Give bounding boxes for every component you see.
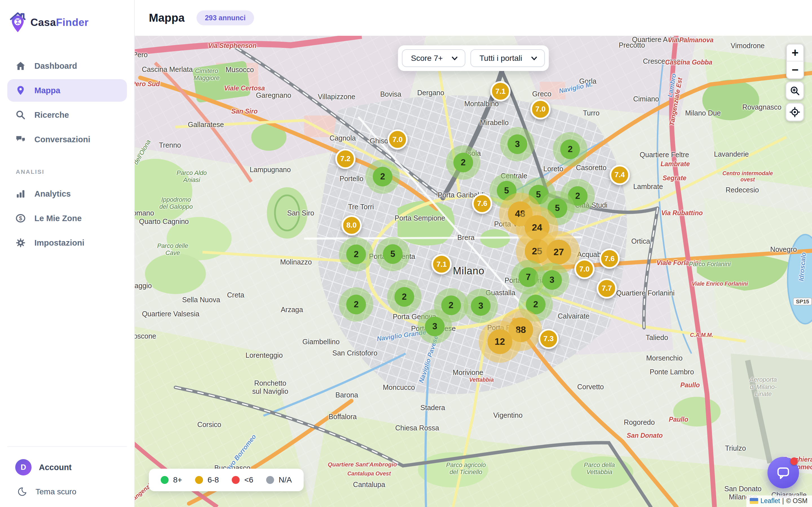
map-filter-card: Score 7+ Tutti i portali — [398, 45, 549, 71]
sidebar-bottom: D Account Tema scuro — [7, 446, 127, 507]
score-marker[interactable]: 7.7 — [597, 278, 617, 298]
locate-button[interactable] — [785, 103, 804, 121]
score-marker[interactable]: 7.2 — [335, 149, 356, 169]
cluster-marker[interactable]: 2 — [339, 287, 373, 322]
sidebar-item-label: Mappa — [35, 86, 60, 95]
chat-fab-button[interactable] — [767, 457, 799, 489]
cluster-count: 2 — [346, 295, 366, 314]
theme-toggle[interactable]: Tema scuro — [9, 478, 125, 499]
cluster-marker[interactable]: 12 — [479, 321, 521, 363]
app-root: CasaFinder DashboardMappaRicercheConvers… — [0, 0, 812, 507]
cluster-count: 2 — [453, 153, 473, 172]
sidebar-item-label: Le Mie Zone — [35, 214, 82, 223]
score-marker[interactable]: 7.6 — [599, 248, 620, 269]
account-label: Account — [39, 463, 71, 472]
cluster-marker[interactable]: 3 — [500, 127, 535, 161]
ukraine-flag-icon — [750, 498, 758, 504]
cluster-count: 3 — [507, 134, 527, 154]
sidebar-item-label: Conversazioni — [35, 135, 90, 144]
zoom-in-button[interactable]: + — [787, 45, 803, 61]
cluster-marker[interactable]: 3 — [463, 289, 498, 323]
sidebar-item-impostazioni[interactable]: Impostazioni — [7, 231, 127, 254]
legend-label: 6-8 — [207, 475, 219, 485]
cluster-count: 3 — [471, 296, 491, 316]
cluster-marker[interactable]: 2 — [339, 237, 373, 272]
sidebar-item-label: Ricerche — [35, 110, 69, 120]
portal-filter-select[interactable]: Tutti i portali — [470, 49, 545, 67]
legend-item: 6-8 — [195, 475, 219, 485]
legend-label: <6 — [244, 475, 253, 485]
sidebar: CasaFinder DashboardMappaRicercheConvers… — [0, 0, 135, 507]
chat-icon — [15, 134, 26, 145]
portal-filter-wrap: Tutti i portali — [470, 49, 545, 67]
sidebar-nav-analysis: Analytics$Le Mie ZoneImpostazioni — [7, 182, 127, 256]
score-marker[interactable]: 7.0 — [530, 99, 551, 119]
score-marker[interactable]: 7.1 — [490, 81, 511, 101]
page-title: Mappa — [149, 11, 185, 24]
score-marker[interactable]: 8.0 — [342, 215, 362, 235]
brand-name-secondary: Finder — [56, 17, 89, 28]
sidebar-item-ricerche[interactable]: Ricerche — [7, 104, 127, 126]
cluster-count: 5 — [383, 244, 403, 264]
score-marker[interactable]: 7.4 — [610, 165, 630, 185]
avatar: D — [15, 459, 32, 475]
cluster-count: 3 — [542, 270, 562, 290]
leaflet-link[interactable]: Leaflet — [760, 497, 780, 505]
score-marker[interactable]: 7.1 — [432, 254, 452, 274]
map-attribution: Leaflet | © OSM — [746, 496, 812, 507]
theme-toggle-label: Tema scuro — [36, 487, 77, 496]
brand-name: CasaFinder — [31, 17, 89, 29]
sidebar-item-zone[interactable]: $Le Mie Zone — [7, 207, 127, 230]
score-filter-select[interactable]: Score 7+ — [402, 49, 465, 67]
score-marker[interactable]: 7.6 — [472, 193, 492, 214]
legend-item: 8+ — [161, 475, 182, 485]
main-area: Mappa 293 annunci — [135, 0, 812, 507]
sidebar-item-analytics[interactable]: Analytics — [7, 182, 127, 205]
sidebar-item-conversazioni[interactable]: Conversazioni — [7, 128, 127, 151]
cluster-marker[interactable]: 2 — [446, 145, 480, 180]
map-background — [135, 36, 812, 507]
sidebar-item-dashboard[interactable]: Dashboard — [7, 55, 127, 77]
cluster-count: 2 — [395, 287, 414, 307]
score-marker[interactable]: 7.0 — [574, 259, 595, 279]
casafinder-pin-icon — [9, 11, 27, 34]
cluster-marker[interactable]: 5 — [375, 237, 410, 271]
magnifier-plus-icon — [790, 86, 800, 96]
home-icon — [15, 61, 26, 71]
score-legend: 8+6-8<6N/A — [149, 469, 304, 491]
map-viewport[interactable]: Score 7+ Tutti i portali + − — [135, 36, 812, 507]
cluster-marker[interactable]: 2 — [387, 280, 421, 314]
brand-name-primary: Casa — [31, 17, 56, 28]
cluster-marker[interactable]: 3 — [417, 309, 452, 344]
cluster-count: 27 — [546, 240, 571, 265]
map-pin-icon — [15, 85, 26, 96]
zoom-out-button[interactable]: − — [787, 61, 803, 78]
legend-label: 8+ — [173, 475, 182, 485]
osm-credit: © OSM — [786, 497, 808, 505]
cluster-count: 2 — [373, 167, 393, 186]
sidebar-item-mappa[interactable]: Mappa — [7, 79, 127, 102]
attribution-separator: | — [782, 497, 784, 505]
cluster-count: 2 — [560, 139, 580, 159]
topbar: Mappa 293 annunci — [135, 0, 812, 36]
cluster-marker[interactable]: 2 — [553, 132, 587, 166]
notification-dot — [790, 457, 798, 465]
dollar-icon: $ — [15, 213, 26, 224]
zoom-to-area-button[interactable] — [785, 81, 804, 100]
legend-dot-icon — [161, 476, 168, 484]
listings-count-badge: 293 annunci — [197, 10, 254, 25]
account-button[interactable]: D Account — [9, 456, 125, 478]
score-marker[interactable]: 7.3 — [539, 329, 559, 349]
brand-logo[interactable]: CasaFinder — [7, 0, 127, 37]
score-marker[interactable]: 7.0 — [388, 129, 408, 150]
sidebar-section-label: ANALISI — [16, 168, 127, 175]
gear-icon — [15, 237, 26, 248]
legend-item: N/A — [266, 475, 292, 485]
search-icon — [15, 110, 26, 120]
bar-chart-icon — [15, 188, 26, 199]
legend-label: N/A — [278, 475, 292, 485]
cluster-count: 2 — [346, 244, 366, 264]
cluster-marker[interactable]: 2 — [365, 159, 400, 194]
sidebar-item-label: Impostazioni — [35, 238, 84, 247]
sidebar-nav-main: DashboardMappaRicercheConversazioni — [7, 55, 127, 153]
